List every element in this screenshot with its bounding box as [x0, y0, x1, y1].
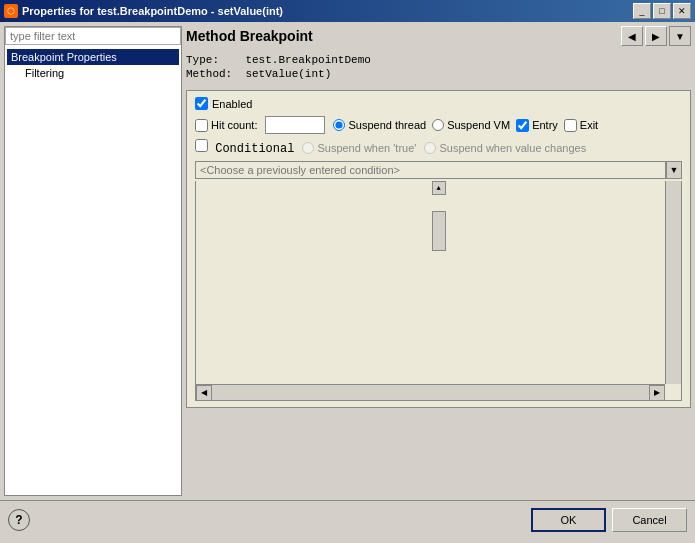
suspend-value-label: Suspend when value changes — [424, 142, 586, 154]
suspend-thread-radio[interactable] — [333, 119, 345, 131]
enabled-row: Enabled — [195, 97, 682, 110]
condition-dropdown-button[interactable]: ▼ — [666, 161, 682, 179]
options-section: Enabled Hit count: Suspend thread Susp — [186, 90, 691, 408]
window-title: Properties for test.BreakpointDemo - set… — [22, 5, 283, 17]
scrollbar-horizontal[interactable]: ◀ ▶ — [196, 384, 665, 400]
title-bar-left: ⬡ Properties for test.BreakpointDemo - s… — [4, 4, 283, 18]
ok-button[interactable]: OK — [531, 508, 606, 532]
tree-item-filtering[interactable]: Filtering — [7, 65, 179, 81]
main-content: Breakpoint Properties Filtering Method B… — [0, 22, 695, 500]
minimize-button[interactable]: _ — [633, 3, 651, 19]
right-panel: Method Breakpoint ◀ ▶ ▼ Type: test.Break… — [186, 26, 691, 496]
suspend-true-radio — [302, 142, 314, 154]
hit-count-checkbox[interactable] — [195, 119, 208, 132]
entry-label[interactable]: Entry — [516, 119, 558, 132]
scroll-track-horizontal — [212, 385, 649, 400]
info-section: Type: test.BreakpointDemo Method: setVal… — [186, 50, 691, 86]
help-button[interactable]: ? — [8, 509, 30, 531]
hit-count-input[interactable] — [265, 116, 325, 134]
hit-count-checkbox-label[interactable]: Hit count: — [195, 119, 257, 132]
condition-input[interactable] — [195, 161, 666, 179]
close-button[interactable]: ✕ — [673, 3, 691, 19]
enabled-checkbox[interactable] — [195, 97, 208, 110]
cancel-button[interactable]: Cancel — [612, 508, 687, 532]
scroll-left-button[interactable]: ◀ — [196, 385, 212, 401]
condition-radio-group: Suspend when 'true' Suspend when value c… — [302, 142, 586, 154]
nav-forward-button[interactable]: ▶ — [645, 26, 667, 46]
scroll-right-button[interactable]: ▶ — [649, 385, 665, 401]
app-icon: ⬡ — [4, 4, 18, 18]
conditional-checkbox-label[interactable]: Conditional — [195, 139, 294, 156]
conditional-row: Conditional Suspend when 'true' Suspend … — [195, 139, 682, 156]
maximize-button[interactable]: □ — [653, 3, 671, 19]
title-bar: ⬡ Properties for test.BreakpointDemo - s… — [0, 0, 695, 22]
hit-count-row: Hit count: Suspend thread Suspend VM Ent… — [195, 116, 682, 134]
type-line: Type: test.BreakpointDemo — [186, 54, 691, 66]
suspend-radio-group: Suspend thread Suspend VM Entry Exit — [333, 119, 598, 132]
method-line: Method: setValue(int) — [186, 68, 691, 80]
type-value: test.BreakpointDemo — [245, 54, 370, 66]
tree-item-breakpoint-properties[interactable]: Breakpoint Properties — [7, 49, 179, 65]
condition-select-bar: ▼ — [195, 161, 682, 179]
scroll-thumb-vertical[interactable] — [432, 211, 446, 251]
suspend-value-radio — [424, 142, 436, 154]
left-panel: Breakpoint Properties Filtering — [4, 26, 182, 496]
suspend-thread-label[interactable]: Suspend thread — [333, 119, 426, 131]
nav-buttons: ◀ ▶ ▼ — [621, 26, 691, 46]
exit-checkbox[interactable] — [564, 119, 577, 132]
window-controls: _ □ ✕ — [633, 3, 691, 19]
section-title: Method Breakpoint — [186, 28, 313, 44]
nav-dropdown-button[interactable]: ▼ — [669, 26, 691, 46]
exit-label[interactable]: Exit — [564, 119, 598, 132]
footer-left: ? — [8, 509, 30, 531]
code-area: ▲ ▼ ◀ ▶ — [195, 181, 682, 401]
right-header: Method Breakpoint ◀ ▶ ▼ — [186, 26, 691, 46]
conditional-checkbox[interactable] — [195, 139, 208, 152]
suspend-vm-radio[interactable] — [432, 119, 444, 131]
filter-input[interactable] — [5, 27, 181, 45]
entry-checkbox[interactable] — [516, 119, 529, 132]
suspend-vm-label[interactable]: Suspend VM — [432, 119, 510, 131]
tree-area: Breakpoint Properties Filtering — [5, 45, 181, 495]
nav-back-button[interactable]: ◀ — [621, 26, 643, 46]
scroll-up-button[interactable]: ▲ — [432, 181, 446, 195]
scrollbar-vertical[interactable] — [665, 181, 681, 384]
footer-right: OK Cancel — [531, 508, 687, 532]
enabled-label[interactable]: Enabled — [212, 98, 252, 110]
footer: ? OK Cancel — [0, 500, 695, 538]
method-value: setValue(int) — [245, 68, 331, 80]
suspend-true-label: Suspend when 'true' — [302, 142, 416, 154]
